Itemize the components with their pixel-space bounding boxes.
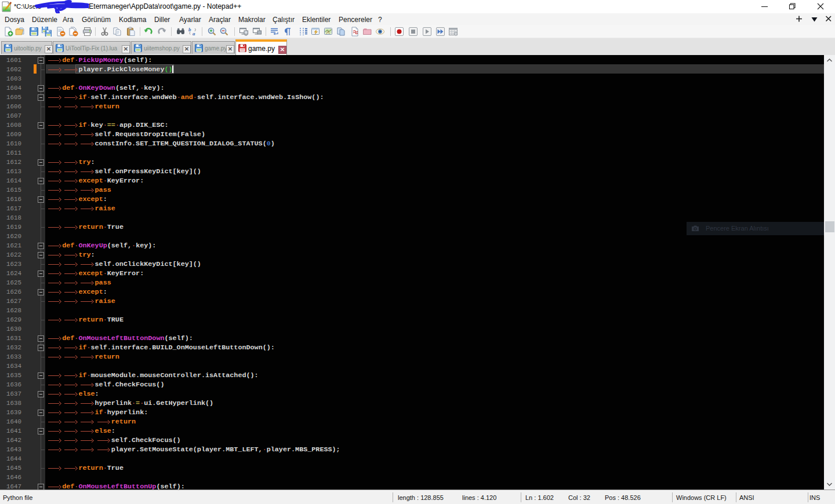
svg-text:a: a xyxy=(193,31,195,36)
svg-text:b: b xyxy=(188,27,191,32)
